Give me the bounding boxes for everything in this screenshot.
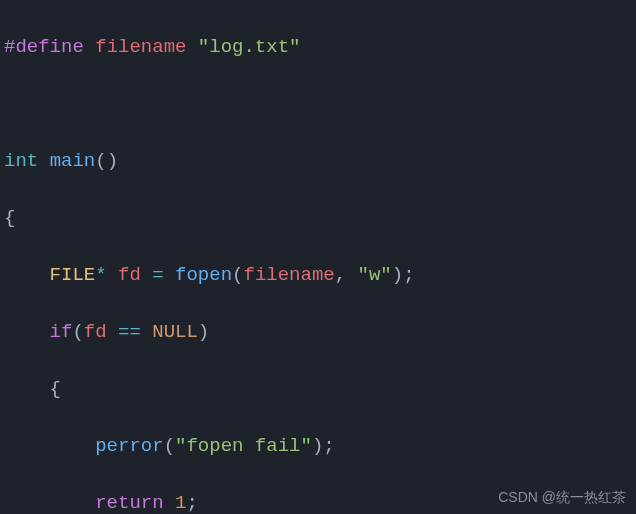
macro-name: filename — [95, 36, 186, 58]
preproc-directive: #define — [4, 36, 84, 58]
operator: * — [95, 264, 106, 286]
code-line: perror("fopen fail"); — [4, 432, 632, 461]
code-line: if(fd == NULL) — [4, 318, 632, 347]
keyword: return — [95, 492, 163, 514]
keyword: if — [50, 321, 73, 343]
type-keyword: int — [4, 150, 38, 172]
argument: filename — [243, 264, 334, 286]
string-literal: "w" — [358, 264, 392, 286]
variable: fd — [84, 321, 107, 343]
operator: == — [107, 321, 153, 343]
code-editor[interactable]: #define filename "log.txt" int main() { … — [0, 0, 636, 514]
brace: { — [4, 207, 15, 229]
function-name: main — [50, 150, 96, 172]
code-line: int main() — [4, 147, 632, 176]
function-call: perror — [95, 435, 163, 457]
code-line: { — [4, 375, 632, 404]
string-literal: "log.txt" — [198, 36, 301, 58]
function-call: fopen — [175, 264, 232, 286]
code-line — [4, 90, 632, 119]
constant: NULL — [152, 321, 198, 343]
brace: { — [50, 378, 61, 400]
code-line: FILE* fd = fopen(filename, "w"); — [4, 261, 632, 290]
number: 1 — [175, 492, 186, 514]
operator: = — [141, 264, 175, 286]
code-line: { — [4, 204, 632, 233]
string-literal: "fopen fail" — [175, 435, 312, 457]
code-line: #define filename "log.txt" — [4, 33, 632, 62]
watermark: CSDN @统一热红茶 — [498, 487, 626, 508]
type-keyword: FILE — [50, 264, 96, 286]
variable: fd — [118, 264, 141, 286]
parens: () — [95, 150, 118, 172]
